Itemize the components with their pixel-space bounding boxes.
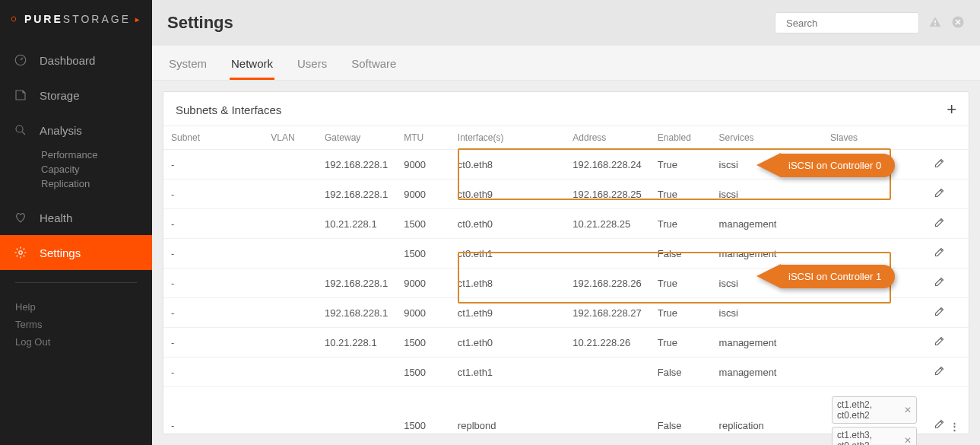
- cell-mtu: 9000: [396, 298, 450, 328]
- col-address[interactable]: Address: [565, 126, 649, 150]
- cell-interface: ct0.eth0: [450, 209, 565, 239]
- cell-enabled: True: [650, 269, 712, 298]
- close-icon[interactable]: [951, 15, 965, 31]
- cell-vlan: [263, 328, 317, 358]
- search-box[interactable]: [775, 12, 919, 33]
- cell-mtu: 9000: [396, 269, 450, 298]
- cell-vlan: [263, 209, 317, 239]
- edit-icon[interactable]: [934, 219, 945, 230]
- cell-slaves: [823, 269, 926, 298]
- nav-storage[interactable]: Storage: [0, 78, 152, 113]
- edit-icon[interactable]: [934, 189, 945, 201]
- edit-icon[interactable]: [934, 160, 945, 171]
- tabs: System Network Users Software: [152, 46, 980, 81]
- col-slaves[interactable]: Slaves: [823, 126, 926, 150]
- cell-slaves: ct1.eth2, ct0.eth2✕ct1.eth3, ct0.eth3✕: [823, 387, 926, 446]
- cell-slaves: [823, 358, 926, 387]
- slave-chip[interactable]: ct1.eth2, ct0.eth2✕: [832, 396, 917, 424]
- cell-subnet: -: [163, 269, 263, 298]
- cell-slaves: [823, 328, 926, 358]
- cell-mtu: 1500: [396, 358, 450, 387]
- cell-services: management: [712, 209, 823, 239]
- cell-interface: replbond: [450, 387, 565, 446]
- cell-interface: ct1.eth8: [450, 269, 565, 298]
- cell-interface: ct0.eth8: [450, 150, 565, 180]
- footer-help[interactable]: Help: [15, 298, 137, 316]
- edit-icon[interactable]: [934, 367, 945, 379]
- chip-remove-icon[interactable]: ✕: [904, 405, 912, 415]
- cell-interface: ct1.eth9: [450, 298, 565, 328]
- cell-gateway: 192.168.228.1: [317, 180, 396, 209]
- cell-actions: [926, 150, 969, 180]
- nav-analysis[interactable]: Analysis: [0, 113, 152, 148]
- brand-text-bold: PURE: [24, 13, 63, 25]
- more-icon[interactable]: ⋮: [950, 421, 959, 432]
- cell-services: iscsi: [712, 150, 823, 180]
- slave-chip[interactable]: ct1.eth3, ct0.eth3✕: [832, 427, 917, 445]
- col-enabled[interactable]: Enabled: [650, 126, 712, 150]
- storage-icon: [14, 88, 27, 102]
- alert-icon[interactable]: [928, 15, 942, 31]
- table-row: -192.168.228.19000ct0.eth8192.168.228.24…: [163, 150, 969, 180]
- tab-users[interactable]: Users: [296, 49, 328, 80]
- col-subnet[interactable]: Subnet: [163, 126, 263, 150]
- cell-mtu: 1500: [396, 239, 450, 269]
- main: Settings System Network Users Software S…: [152, 0, 980, 445]
- col-services[interactable]: Services: [712, 126, 823, 150]
- cell-enabled: True: [650, 209, 712, 239]
- cell-mtu: 1500: [396, 209, 450, 239]
- cell-actions: [926, 269, 969, 298]
- search-input[interactable]: [786, 17, 914, 29]
- col-mtu[interactable]: MTU: [396, 126, 450, 150]
- nav-dashboard[interactable]: Dashboard: [0, 43, 152, 78]
- table-row: -10.21.228.11500ct1.eth010.21.228.26True…: [163, 328, 969, 358]
- cell-subnet: -: [163, 180, 263, 209]
- cell-enabled: False: [650, 239, 712, 269]
- footer-terms[interactable]: Terms: [15, 316, 137, 333]
- cell-interface: ct0.eth9: [450, 180, 565, 209]
- nav-settings-label: Settings: [40, 246, 81, 259]
- cell-services: iscsi: [712, 269, 823, 298]
- subnets-panel: Subnets & Interfaces + Subnet VLAN Gatew…: [163, 91, 969, 434]
- edit-icon[interactable]: [934, 278, 945, 290]
- nav-health[interactable]: Health: [0, 200, 152, 235]
- brand-text-thin: STORAGE: [63, 13, 131, 25]
- edit-icon[interactable]: [934, 338, 945, 349]
- nav-settings[interactable]: Settings: [0, 235, 152, 270]
- add-button[interactable]: +: [947, 101, 956, 118]
- brand-logo: PURESTORAGE ▸: [0, 0, 152, 38]
- edit-icon[interactable]: [934, 308, 945, 319]
- cell-slaves: [823, 209, 926, 239]
- cell-address: [565, 387, 649, 446]
- cell-vlan: [263, 180, 317, 209]
- svg-point-1: [16, 126, 23, 132]
- heart-icon: [14, 211, 27, 224]
- nav-analysis-capacity[interactable]: Capacity: [0, 162, 152, 176]
- cell-gateway: [317, 358, 396, 387]
- cell-slaves: [823, 150, 926, 180]
- edit-icon[interactable]: [934, 421, 945, 432]
- cell-services: replication: [712, 387, 823, 446]
- tab-network[interactable]: Network: [230, 49, 274, 80]
- cell-interface: ct1.eth0: [450, 328, 565, 358]
- tab-software[interactable]: Software: [350, 49, 398, 80]
- edit-icon[interactable]: [934, 249, 945, 260]
- svg-point-2: [19, 251, 23, 255]
- cell-subnet: -: [163, 150, 263, 180]
- nav-analysis-performance[interactable]: Performance: [0, 148, 152, 162]
- cell-actions: [926, 328, 969, 358]
- col-gateway[interactable]: Gateway: [317, 126, 396, 150]
- col-vlan[interactable]: VLAN: [263, 126, 317, 150]
- chip-remove-icon[interactable]: ✕: [904, 435, 912, 445]
- svg-rect-5: [934, 24, 936, 26]
- cell-services: management: [712, 358, 823, 387]
- tab-system[interactable]: System: [167, 49, 208, 80]
- footer-logout[interactable]: Log Out: [15, 333, 137, 351]
- nav-analysis-replication[interactable]: Replication: [0, 176, 152, 191]
- nav-storage-label: Storage: [40, 89, 80, 102]
- brand-caret-icon: ▸: [135, 15, 141, 24]
- cell-mtu: 9000: [396, 150, 450, 180]
- table-row: -1500replbondFalsereplicationct1.eth2, c…: [163, 387, 969, 446]
- col-interfaces[interactable]: Interface(s): [450, 126, 565, 150]
- cell-mtu: 9000: [396, 180, 450, 209]
